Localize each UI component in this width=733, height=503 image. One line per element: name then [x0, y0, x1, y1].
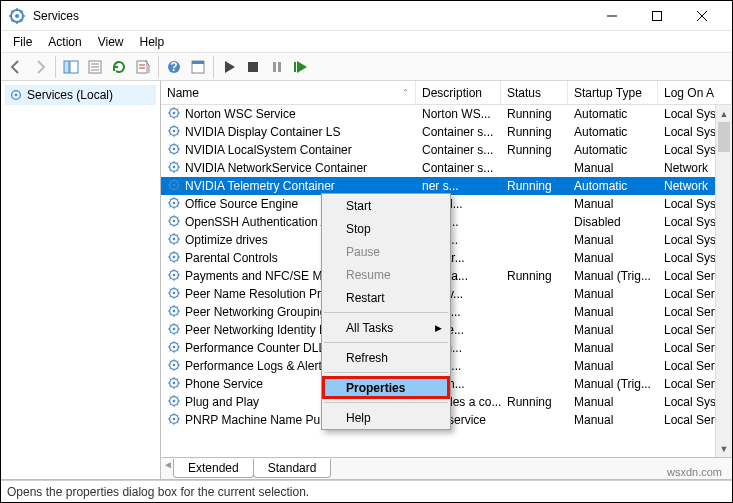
- ctx-restart[interactable]: Restart: [322, 286, 450, 309]
- menu-action[interactable]: Action: [40, 33, 89, 51]
- scroll-thumb[interactable]: [718, 122, 730, 152]
- forward-button[interactable]: [29, 56, 51, 78]
- list-header: Name⌃ Description Status Startup Type Lo…: [161, 81, 732, 105]
- minimize-button[interactable]: [589, 1, 634, 30]
- ctx-refresh[interactable]: Refresh: [322, 346, 450, 369]
- properties-button[interactable]: [187, 56, 209, 78]
- cell-description: Container s...: [416, 161, 501, 175]
- service-row[interactable]: Norton WSC ServiceNorton WS...RunningAut…: [161, 105, 732, 123]
- svg-point-42: [173, 327, 176, 330]
- ctx-properties[interactable]: Properties: [322, 376, 450, 399]
- column-header-startup-type[interactable]: Startup Type: [568, 81, 658, 104]
- service-gear-icon: [167, 412, 181, 429]
- svg-point-26: [173, 183, 176, 186]
- cell-startup-type: Manual: [568, 161, 658, 175]
- svg-point-24: [173, 165, 176, 168]
- watermark-text: wsxdn.com: [667, 466, 722, 478]
- service-gear-icon: [167, 358, 181, 375]
- start-service-button[interactable]: [218, 56, 240, 78]
- cell-startup-type: Manual: [568, 197, 658, 211]
- refresh-button[interactable]: [108, 56, 130, 78]
- stop-service-button[interactable]: [242, 56, 264, 78]
- close-button[interactable]: [679, 1, 724, 30]
- menu-file[interactable]: File: [5, 33, 40, 51]
- ctx-start[interactable]: Start: [322, 194, 450, 217]
- pause-service-button[interactable]: [266, 56, 288, 78]
- cell-status: Running: [501, 395, 568, 409]
- svg-point-44: [173, 345, 176, 348]
- ctx-separator: [324, 372, 448, 373]
- cell-name: NVIDIA NetworkService Container: [161, 160, 416, 177]
- service-row[interactable]: NVIDIA NetworkService ContainerContainer…: [161, 159, 732, 177]
- column-header-name[interactable]: Name⌃: [161, 81, 416, 104]
- ctx-all-tasks[interactable]: All Tasks▶: [322, 316, 450, 339]
- ctx-stop[interactable]: Stop: [322, 217, 450, 240]
- tree-node-label: Services (Local): [27, 88, 113, 102]
- svg-rect-6: [137, 61, 147, 73]
- column-header-description[interactable]: Description: [416, 81, 501, 104]
- svg-rect-13: [278, 62, 281, 72]
- cell-startup-type: Automatic: [568, 143, 658, 157]
- services-app-icon: [9, 8, 25, 24]
- svg-point-46: [173, 363, 176, 366]
- service-gear-icon: [167, 340, 181, 357]
- restart-service-button[interactable]: [290, 56, 312, 78]
- service-gear-icon: [167, 304, 181, 321]
- scroll-down-button[interactable]: ▼: [716, 440, 732, 457]
- vertical-scrollbar[interactable]: ▲ ▼: [715, 105, 732, 457]
- svg-point-40: [173, 309, 176, 312]
- svg-point-28: [173, 201, 176, 204]
- scroll-up-button[interactable]: ▲: [716, 105, 732, 122]
- maximize-button[interactable]: [634, 1, 679, 30]
- cell-description: Container s...: [416, 143, 501, 157]
- export-list-button[interactable]: [132, 56, 154, 78]
- cell-status: Running: [501, 179, 568, 193]
- tree-node-services-local[interactable]: Services (Local): [5, 85, 156, 105]
- svg-point-48: [173, 381, 176, 384]
- column-header-status[interactable]: Status: [501, 81, 568, 104]
- svg-point-34: [173, 255, 176, 258]
- svg-text:?: ?: [170, 60, 177, 74]
- cell-startup-type: Automatic: [568, 125, 658, 139]
- toolbar-separator: [55, 56, 56, 78]
- cell-startup-type: Manual: [568, 323, 658, 337]
- cell-status: Running: [501, 107, 568, 121]
- column-header-logon-as[interactable]: Log On A: [658, 81, 732, 104]
- service-row[interactable]: NVIDIA Display Container LSContainer s..…: [161, 123, 732, 141]
- service-gear-icon: [167, 160, 181, 177]
- svg-rect-4: [70, 61, 78, 73]
- left-tree-pane: Services (Local): [1, 81, 161, 479]
- tab-standard[interactable]: Standard: [253, 459, 332, 478]
- svg-rect-2: [652, 11, 661, 20]
- show-hide-tree-button[interactable]: [60, 56, 82, 78]
- cell-startup-type: Manual: [568, 413, 658, 427]
- cell-startup-type: Manual: [568, 305, 658, 319]
- export-button[interactable]: [84, 56, 106, 78]
- cell-startup-type: Manual: [568, 251, 658, 265]
- cell-name: NVIDIA LocalSystem Container: [161, 142, 416, 159]
- tab-extended[interactable]: Extended: [173, 459, 254, 478]
- service-gear-icon: [167, 124, 181, 141]
- ctx-resume: Resume: [322, 263, 450, 286]
- service-gear-icon: [167, 106, 181, 123]
- toolbar-separator: [213, 56, 214, 78]
- service-gear-icon: [167, 214, 181, 231]
- ctx-separator: [324, 402, 448, 403]
- context-menu: Start Stop Pause Resume Restart All Task…: [321, 193, 451, 430]
- menu-view[interactable]: View: [90, 33, 132, 51]
- service-gear-icon: [167, 286, 181, 303]
- cell-description: Container s...: [416, 125, 501, 139]
- cell-startup-type: Automatic: [568, 107, 658, 121]
- service-row[interactable]: NVIDIA LocalSystem ContainerContainer s.…: [161, 141, 732, 159]
- svg-point-16: [15, 94, 18, 97]
- help-button[interactable]: ?: [163, 56, 185, 78]
- back-button[interactable]: [5, 56, 27, 78]
- cell-startup-type: Disabled: [568, 215, 658, 229]
- service-gear-icon: [167, 322, 181, 339]
- status-text: Opens the properties dialog box for the …: [7, 485, 309, 499]
- svg-rect-14: [294, 62, 296, 72]
- menu-help[interactable]: Help: [132, 33, 173, 51]
- cell-description: ner s...: [416, 179, 501, 193]
- ctx-help[interactable]: Help: [322, 406, 450, 429]
- cell-startup-type: Manual (Trig...: [568, 269, 658, 283]
